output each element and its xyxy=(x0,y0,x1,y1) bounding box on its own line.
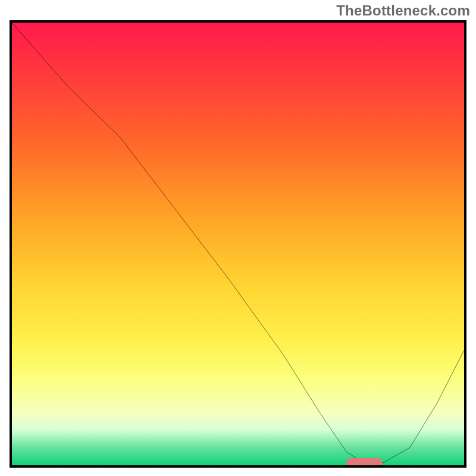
optimal-range-marker xyxy=(346,458,383,468)
bottleneck-curve xyxy=(12,23,464,465)
chart-frame: TheBottleneck.com xyxy=(0,0,476,476)
curve-path xyxy=(12,23,464,463)
plot-area xyxy=(10,20,466,468)
watermark-text: TheBottleneck.com xyxy=(336,2,470,19)
